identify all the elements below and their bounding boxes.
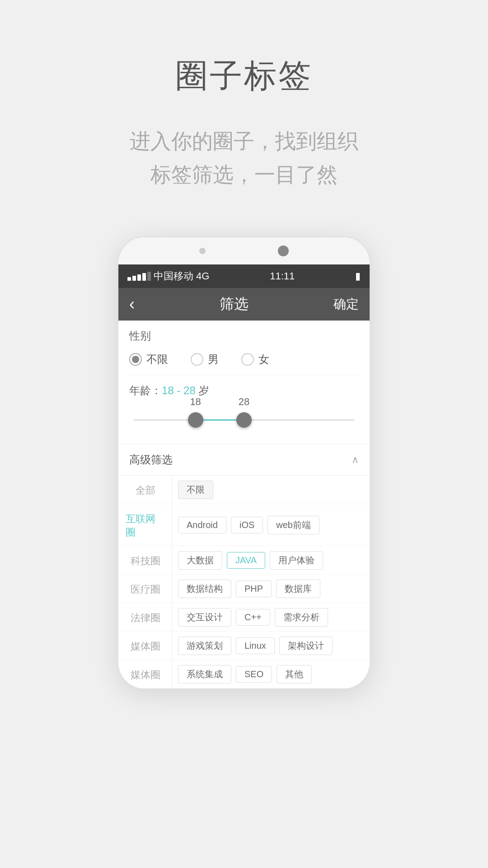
- tags-tech: 大数据 JAVA 用户体验: [173, 546, 370, 575]
- slider-thumb-max[interactable]: [236, 412, 252, 428]
- subtitle-line1: 进入你的圈子，找到组织: [130, 125, 358, 158]
- tag-ios[interactable]: iOS: [231, 517, 263, 533]
- battery-icon: ▮: [355, 270, 361, 282]
- tag-database[interactable]: 数据库: [276, 580, 320, 598]
- back-button[interactable]: ‹: [129, 295, 135, 314]
- front-camera: [199, 248, 206, 254]
- carrier-text: 中国移动 4G: [154, 269, 209, 283]
- tag-php[interactable]: PHP: [236, 580, 272, 597]
- phone-mockup: 中国移动 4G 11:11 ▮ ‹ 筛选 确定 性别 不限 男 女: [117, 236, 371, 689]
- slider-thumb-min[interactable]: [188, 412, 203, 428]
- status-left: 中国移动 4G: [127, 269, 209, 283]
- gender-options: 不限 男 女: [118, 347, 370, 375]
- tag-architecture[interactable]: 架构设计: [279, 637, 333, 655]
- category-media1[interactable]: 媒体圈: [118, 632, 173, 660]
- category-media2[interactable]: 媒体圈: [118, 660, 173, 689]
- category-medical[interactable]: 医疗圈: [118, 575, 173, 603]
- tag-grid: 全部 不限 互联网圈 Android iOS web前端 科技圈 大数据 JAV…: [118, 476, 370, 689]
- gender-option-all[interactable]: 不限: [129, 352, 168, 367]
- advanced-filter-title: 高级筛选: [129, 453, 173, 467]
- tag-ux[interactable]: 用户体验: [270, 551, 323, 570]
- tag-cpp[interactable]: C++: [236, 609, 270, 626]
- chevron-up-icon: ∧: [352, 454, 359, 466]
- status-bar: 中国移动 4G 11:11 ▮: [118, 264, 370, 288]
- tag-system-integration[interactable]: 系统集成: [178, 665, 231, 684]
- radio-female: [241, 353, 254, 366]
- tags-law: 交互设计 C++ 需求分析: [173, 603, 370, 632]
- radio-male: [191, 353, 203, 366]
- age-range-text: 18 - 28: [162, 384, 196, 396]
- phone-top-bar: [118, 237, 370, 264]
- tags-all: 不限: [173, 476, 370, 504]
- tag-java[interactable]: JAVA: [227, 552, 265, 569]
- gender-label: 性别: [118, 321, 370, 347]
- tag-interaction[interactable]: 交互设计: [178, 608, 231, 627]
- tag-unlimited[interactable]: 不限: [178, 481, 213, 499]
- radio-all: [129, 353, 142, 366]
- tag-data-structure[interactable]: 数据结构: [178, 580, 231, 598]
- tags-medical: 数据结构 PHP 数据库: [173, 575, 370, 603]
- tag-android[interactable]: Android: [178, 517, 226, 533]
- tag-bigdata[interactable]: 大数据: [178, 551, 222, 570]
- main-content: 性别 不限 男 女 年龄：18 - 28 岁 18: [118, 321, 370, 689]
- nav-bar: ‹ 筛选 确定: [118, 288, 370, 321]
- gender-all-label: 不限: [146, 352, 168, 367]
- gender-option-female[interactable]: 女: [241, 352, 269, 367]
- tags-internet: Android iOS web前端: [173, 504, 370, 546]
- slider-max-value: 28: [239, 396, 249, 408]
- signal-icon: [127, 272, 151, 281]
- category-law[interactable]: 法律圈: [118, 603, 173, 632]
- time-text: 11:11: [270, 270, 295, 282]
- tag-webfront[interactable]: web前端: [267, 516, 319, 534]
- nav-title: 筛选: [220, 294, 249, 314]
- advanced-filter-header[interactable]: 高级筛选 ∧: [118, 444, 370, 476]
- subtitle-line2: 标签筛选，一目了然: [130, 158, 358, 192]
- category-tech[interactable]: 科技圈: [118, 546, 173, 575]
- tag-requirements[interactable]: 需求分析: [275, 608, 328, 627]
- page-subtitle: 进入你的圈子，找到组织 标签筛选，一目了然: [130, 125, 358, 191]
- age-section: 年龄：18 - 28 岁 18 28: [118, 375, 370, 444]
- gender-option-male[interactable]: 男: [191, 352, 219, 367]
- home-button: [278, 245, 289, 256]
- age-slider[interactable]: 18 28: [134, 409, 354, 431]
- gender-male-label: 男: [208, 352, 219, 367]
- tag-linux[interactable]: Linux: [236, 637, 275, 654]
- gender-female-label: 女: [258, 352, 269, 367]
- page-title: 圈子标签: [175, 54, 313, 98]
- category-all[interactable]: 全部: [118, 476, 173, 504]
- tag-seo[interactable]: SEO: [236, 666, 272, 683]
- tag-other[interactable]: 其他: [277, 665, 312, 684]
- tags-media2: 系统集成 SEO 其他: [173, 660, 370, 689]
- slider-min-value: 18: [190, 396, 201, 408]
- category-internet[interactable]: 互联网圈: [118, 504, 173, 546]
- tags-media1: 游戏策划 Linux 架构设计: [173, 632, 370, 660]
- tag-game-design[interactable]: 游戏策划: [178, 637, 231, 655]
- confirm-button[interactable]: 确定: [333, 296, 359, 313]
